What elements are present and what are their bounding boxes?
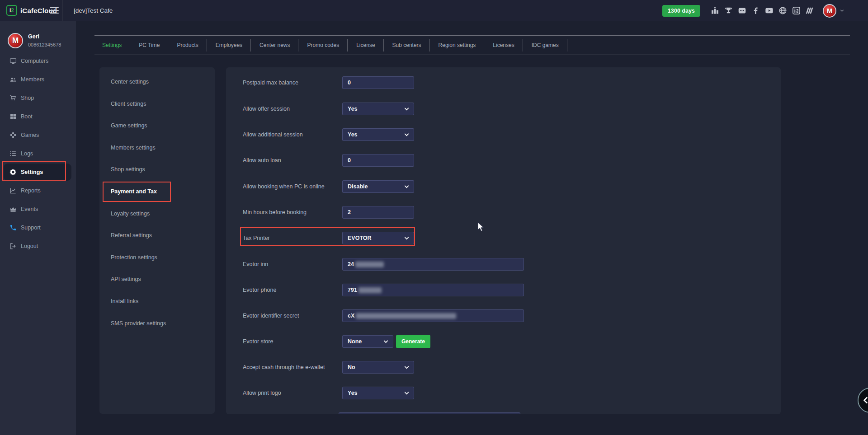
sidebar-avatar[interactable]: M <box>8 33 23 48</box>
sidebar-item-label: Shop <box>21 95 34 101</box>
subnav-item-api-settings[interactable]: API settings <box>99 269 215 289</box>
sidebar-item-settings[interactable]: Settings <box>4 164 71 181</box>
field-value: Yes <box>348 390 358 396</box>
crown-icon <box>9 205 17 213</box>
field-label: Allow auto loan <box>243 157 342 164</box>
field-value: 791 <box>348 287 357 293</box>
sidebar-item-logs[interactable]: Logs <box>0 144 76 163</box>
form-row-evotor-inn: Evotor inn24 <box>243 258 524 271</box>
input-evotor-identifier-secret[interactable]: cX <box>342 309 524 322</box>
subnav-item-payment-and-tax[interactable]: Payment and Tax <box>99 182 215 201</box>
form-row-allow-auto-loan: Allow auto loan0 <box>243 154 414 167</box>
redacted-value <box>359 287 382 293</box>
field-value: Disable <box>348 183 368 190</box>
ranking-icon[interactable] <box>710 6 719 15</box>
field-value: 2 <box>348 209 351 215</box>
input-postpaid-max-balance[interactable]: 0 <box>342 76 414 89</box>
sidebar-item-support[interactable]: Support <box>0 218 76 237</box>
field-value: None <box>348 338 362 345</box>
field-value: 0 <box>348 80 351 86</box>
select-allow-booking-when-pc-is-online[interactable]: Disable <box>342 180 414 193</box>
subnav-item-client-settings[interactable]: Client settings <box>99 94 215 114</box>
field-label: Allow booking when PC is online <box>243 183 342 190</box>
subnav-item-sms-provider-settings[interactable]: SMS provider settings <box>99 313 215 333</box>
field-value: cX <box>348 313 354 319</box>
sidebar-user-name: Geri <box>28 33 39 40</box>
trophy-icon[interactable] <box>724 6 733 15</box>
chevron-down-icon[interactable] <box>840 7 844 15</box>
gear-icon <box>9 168 17 176</box>
field-label: Evotor identifier secret <box>243 313 342 319</box>
icafe-logo-icon[interactable] <box>792 6 801 15</box>
subnav-item-shop-settings[interactable]: Shop settings <box>99 159 215 179</box>
sidebar-item-reports[interactable]: Reports <box>0 181 76 200</box>
tab-promo-codes[interactable]: Promo codes <box>298 36 348 55</box>
select-accept-cash-through-the-e-wallet[interactable]: No <box>342 361 414 374</box>
sidebar-item-boot[interactable]: Boot <box>0 107 76 126</box>
user-avatar[interactable]: M <box>823 4 836 18</box>
sidebar-item-shop[interactable]: Shop <box>0 89 76 107</box>
input-allow-auto-loan[interactable]: 0 <box>342 154 414 167</box>
select-evotor-store[interactable]: None <box>342 335 393 348</box>
sidebar-item-events[interactable]: Events <box>0 200 76 218</box>
input-evotor-inn[interactable]: 24 <box>342 258 524 271</box>
form-row-evotor-phone: Evotor phone791 <box>243 284 524 296</box>
form-row-tax-printer: Tax PrinterEVOTOR <box>243 232 414 244</box>
discord-icon[interactable] <box>737 6 746 15</box>
cart-icon <box>9 94 17 102</box>
field-value: 24 <box>348 261 354 267</box>
input-partial[interactable] <box>339 412 520 414</box>
subnav-item-loyalty-settings[interactable]: Loyalty settings <box>99 204 215 224</box>
field-value: EVOTOR <box>348 235 372 241</box>
brand-logo-icon: i2 <box>6 5 17 16</box>
tab-licenses[interactable]: Licenses <box>484 36 523 55</box>
select-allow-additional-session[interactable]: Yes <box>342 128 414 141</box>
input-evotor-phone[interactable]: 791 <box>342 284 524 296</box>
layers-icon[interactable] <box>805 6 814 15</box>
tab-idc-games[interactable]: IDC games <box>523 36 567 55</box>
tab-sub-centers[interactable]: Sub centers <box>384 36 430 55</box>
tab-region-settings[interactable]: Region settings <box>430 36 485 55</box>
tab-pc-time[interactable]: PC Time <box>130 36 168 55</box>
field-value: Yes <box>348 131 358 138</box>
tab-settings[interactable]: Settings <box>94 36 130 55</box>
sidebar-item-label: Games <box>21 132 39 138</box>
facebook-icon[interactable] <box>751 6 760 15</box>
select-allow-offer-session[interactable]: Yes <box>342 103 414 115</box>
input-min-hours-before-booking[interactable]: 2 <box>342 206 414 219</box>
select-tax-printer[interactable]: EVOTOR <box>342 232 414 244</box>
generate-button[interactable]: Generate <box>396 335 430 348</box>
settings-form-card: Postpaid max balance0Allow offer session… <box>226 67 781 414</box>
subnav-item-center-settings[interactable]: Center settings <box>99 72 215 92</box>
hamburger-menu-icon[interactable] <box>50 7 59 14</box>
field-label: Allow additional session <box>243 131 342 138</box>
tab-products[interactable]: Products <box>168 36 207 55</box>
redacted-value <box>356 313 456 319</box>
sidebar-item-computers[interactable]: Computers <box>0 51 76 70</box>
tab-center-news[interactable]: Center news <box>251 36 298 55</box>
globe-icon[interactable] <box>778 6 787 15</box>
sidebar-item-members[interactable]: Members <box>0 70 76 89</box>
sidebar-item-logout[interactable]: Logout <box>0 237 76 255</box>
tab-license[interactable]: License <box>348 36 383 55</box>
subnav-item-protection-settings[interactable]: Protection settings <box>99 248 215 267</box>
license-days-badge[interactable]: 1300 days <box>662 5 700 17</box>
users-icon <box>9 75 17 83</box>
chevron-down-icon <box>404 365 410 370</box>
sidebar-item-label: Computers <box>21 58 48 64</box>
subnav-item-referral-settings[interactable]: Referral settings <box>99 225 215 245</box>
gamepad-icon <box>9 131 17 139</box>
field-value: Yes <box>348 106 358 112</box>
subnav-item-game-settings[interactable]: Game settings <box>99 116 215 136</box>
sidebar-item-label: Members <box>21 76 44 83</box>
tab-employees[interactable]: Employees <box>207 36 251 55</box>
field-value: No <box>348 364 355 370</box>
youtube-icon[interactable] <box>764 6 774 15</box>
select-allow-print-logo[interactable]: Yes <box>342 387 414 399</box>
sidebar: M Geri 008612345678 ComputersMembersShop… <box>0 21 76 435</box>
chat-collapse-button[interactable] <box>858 388 868 413</box>
subnav-item-install-links[interactable]: Install links <box>99 291 215 311</box>
sidebar-item-label: Settings <box>21 169 43 175</box>
sidebar-item-games[interactable]: Games <box>0 126 76 144</box>
subnav-item-members-settings[interactable]: Members settings <box>99 138 215 158</box>
